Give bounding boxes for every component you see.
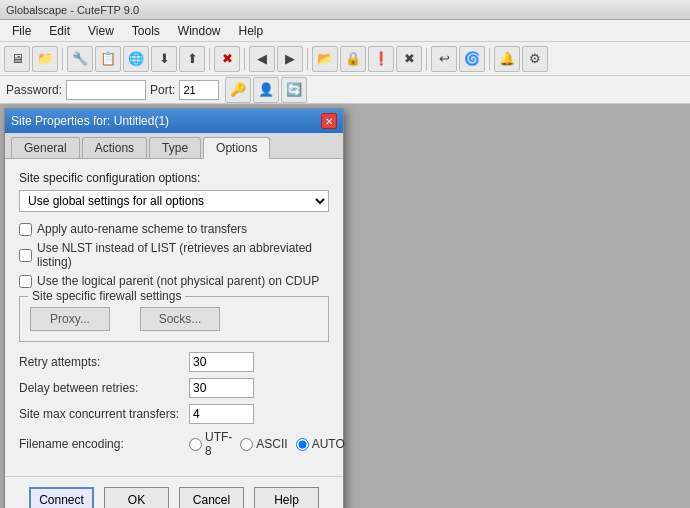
toolbar-btn-fwd[interactable]: ▶ [277,46,303,72]
toolbar-btn-g[interactable]: 🔔 [494,46,520,72]
retry-attempts-row: Retry attempts: [19,352,329,372]
menu-tools[interactable]: Tools [124,22,168,40]
encoding-row: Filename encoding: UTF-8 ASCII AUTO [19,430,329,458]
retry-attempts-input[interactable] [189,352,254,372]
toolbar-btn-c[interactable]: ❗ [368,46,394,72]
dialog-content: Site specific configuration options: Use… [5,159,343,476]
tab-options[interactable]: Options [203,137,270,159]
main-area: Site Properties for: Untitled(1) ✕ Gener… [0,104,690,508]
checkbox-row-1: Apply auto-rename scheme to transfers [19,222,329,236]
tab-general[interactable]: General [11,137,80,158]
checkbox-label-2: Use NLST instead of LIST (retrieves an a… [37,241,329,269]
menu-window[interactable]: Window [170,22,229,40]
conn-bar: Password: Port: 🔑 👤 🔄 [0,76,690,104]
tab-actions[interactable]: Actions [82,137,147,158]
checkbox-nlst[interactable] [19,249,32,262]
encoding-utf8-option: UTF-8 [189,430,232,458]
conn-icon-2[interactable]: 👤 [253,77,279,103]
encoding-options: UTF-8 ASCII AUTO [189,430,345,458]
toolbar-sep-4 [307,48,308,70]
encoding-ascii-label: ASCII [256,437,287,451]
delay-retries-row: Delay between retries: [19,378,329,398]
checkbox-auto-rename[interactable] [19,223,32,236]
toolbar-sep-6 [489,48,490,70]
encoding-label: Filename encoding: [19,437,189,451]
app-title: Globalscape - CuteFTP 9.0 [6,4,139,16]
menu-file[interactable]: File [4,22,39,40]
max-transfers-row: Site max concurrent transfers: [19,404,329,424]
toolbar-btn-6[interactable]: ⬇ [151,46,177,72]
section-label: Site specific configuration options: [19,171,329,185]
firewall-legend: Site specific firewall settings [28,289,185,303]
toolbar-sep-3 [244,48,245,70]
site-properties-dialog: Site Properties for: Untitled(1) ✕ Gener… [4,108,344,508]
firewall-buttons: Proxy... Socks... [30,303,318,331]
dialog-titlebar: Site Properties for: Untitled(1) ✕ [5,109,343,133]
menu-bar: File Edit View Tools Window Help [0,20,690,42]
encoding-ascii-radio[interactable] [240,438,253,451]
encoding-utf8-radio[interactable] [189,438,202,451]
conn-icon-1[interactable]: 🔑 [225,77,251,103]
conn-icon-3[interactable]: 🔄 [281,77,307,103]
toolbar-btn-b[interactable]: 🔒 [340,46,366,72]
checkbox-label-3: Use the logical parent (not physical par… [37,274,319,288]
toolbar-btn-a[interactable]: 📂 [312,46,338,72]
toolbar-btn-2[interactable]: 📁 [32,46,58,72]
title-bar: Globalscape - CuteFTP 9.0 [0,0,690,20]
checkbox-row-2: Use NLST instead of LIST (retrieves an a… [19,241,329,269]
menu-view[interactable]: View [80,22,122,40]
encoding-utf8-label: UTF-8 [205,430,232,458]
toolbar-btn-3[interactable]: 🔧 [67,46,93,72]
toolbar-btn-5[interactable]: 🌐 [123,46,149,72]
dialog-close-button[interactable]: ✕ [321,113,337,129]
toolbar-btn-1[interactable]: 🖥 [4,46,30,72]
encoding-auto-radio[interactable] [296,438,309,451]
password-input[interactable] [66,80,146,100]
delay-retries-input[interactable] [189,378,254,398]
checkbox-label-1: Apply auto-rename scheme to transfers [37,222,247,236]
port-label: Port: [150,83,175,97]
help-button[interactable]: Help [254,487,319,508]
port-input[interactable] [179,80,219,100]
encoding-auto-label: AUTO [312,437,345,451]
proxy-button[interactable]: Proxy... [30,307,110,331]
socks-button[interactable]: Socks... [140,307,220,331]
dialog-title: Site Properties for: Untitled(1) [11,114,169,128]
max-transfers-label: Site max concurrent transfers: [19,407,189,421]
delay-retries-label: Delay between retries: [19,381,189,395]
config-options-dropdown[interactable]: Use global settings for all options Cust… [19,190,329,212]
dialog-footer: Connect OK Cancel Help [5,476,343,508]
toolbar-sep-5 [426,48,427,70]
toolbar-sep-2 [209,48,210,70]
toolbar-btn-h[interactable]: ⚙ [522,46,548,72]
checkbox-row-3: Use the logical parent (not physical par… [19,274,329,288]
toolbar-btn-stop[interactable]: ✖ [214,46,240,72]
toolbar-btn-back[interactable]: ◀ [249,46,275,72]
ok-button[interactable]: OK [104,487,169,508]
toolbar-sep-1 [62,48,63,70]
encoding-ascii-option: ASCII [240,437,287,451]
toolbar-btn-7[interactable]: ⬆ [179,46,205,72]
tab-type[interactable]: Type [149,137,201,158]
tab-bar: General Actions Type Options [5,133,343,159]
max-transfers-input[interactable] [189,404,254,424]
toolbar-btn-f[interactable]: 🌀 [459,46,485,72]
conn-bar-icons: 🔑 👤 🔄 [225,77,307,103]
checkbox-logical-parent[interactable] [19,275,32,288]
firewall-group: Site specific firewall settings Proxy...… [19,296,329,342]
cancel-button[interactable]: Cancel [179,487,244,508]
connect-button[interactable]: Connect [29,487,94,508]
toolbar: 🖥 📁 🔧 📋 🌐 ⬇ ⬆ ✖ ◀ ▶ 📂 🔒 ❗ ✖ ↩ 🌀 🔔 ⚙ [0,42,690,76]
toolbar-btn-d[interactable]: ✖ [396,46,422,72]
toolbar-btn-e[interactable]: ↩ [431,46,457,72]
menu-edit[interactable]: Edit [41,22,78,40]
password-label: Password: [6,83,62,97]
menu-help[interactable]: Help [231,22,272,40]
retry-attempts-label: Retry attempts: [19,355,189,369]
encoding-auto-option: AUTO [296,437,345,451]
toolbar-btn-4[interactable]: 📋 [95,46,121,72]
